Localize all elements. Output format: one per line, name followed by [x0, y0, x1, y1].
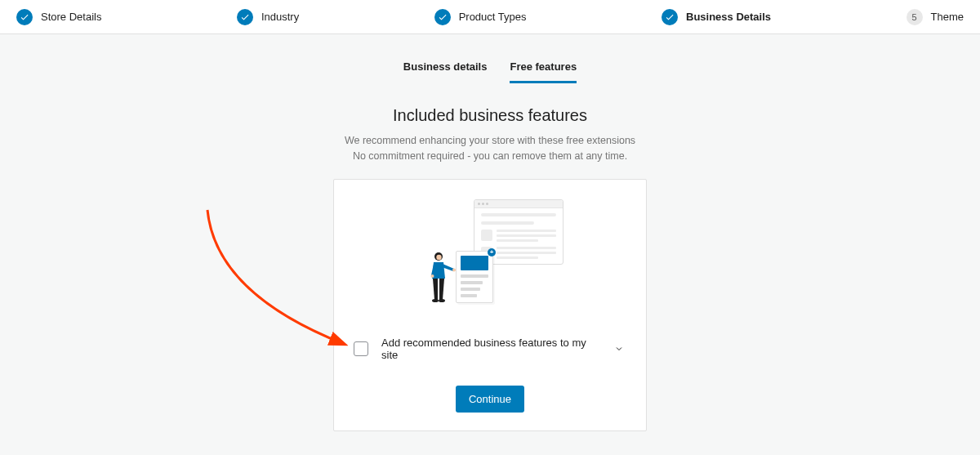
svg-point-3 — [452, 268, 456, 271]
continue-button[interactable]: Continue — [456, 386, 524, 413]
subtabs: Business details Free features — [403, 60, 577, 83]
page-subheading: We recommend enhancing your store with t… — [345, 133, 635, 164]
step-label: Product Types — [459, 11, 527, 23]
step-product-types[interactable]: Product Types — [434, 9, 527, 25]
step-theme[interactable]: 5 Theme — [906, 9, 964, 25]
step-label: Industry — [261, 11, 299, 23]
page-title: Included business features — [393, 106, 587, 125]
svg-point-5 — [432, 299, 439, 302]
person-icon — [426, 251, 457, 303]
svg-point-6 — [439, 299, 445, 302]
features-card: + — [333, 179, 647, 431]
recommended-features-checkbox[interactable] — [354, 341, 368, 356]
step-number-badge: 5 — [906, 9, 923, 25]
step-label: Store Details — [41, 11, 101, 23]
setup-stepper: Store Details Industry Product Types Bus… — [0, 0, 980, 34]
step-business-details[interactable]: Business Details — [662, 9, 771, 25]
checkbox-label: Add recommended business features to my … — [381, 337, 599, 361]
tab-business-details[interactable]: Business details — [403, 60, 488, 83]
feature-toggle-row: Add recommended business features to my … — [352, 328, 628, 369]
check-icon — [662, 9, 678, 25]
chevron-down-icon[interactable] — [612, 341, 626, 356]
svg-point-4 — [431, 274, 434, 278]
step-label: Theme — [931, 11, 964, 23]
check-icon — [434, 9, 451, 25]
step-industry[interactable]: Industry — [237, 9, 299, 25]
step-label: Business Details — [686, 11, 771, 23]
step-store-details[interactable]: Store Details — [16, 9, 101, 25]
check-icon — [237, 9, 253, 25]
illustration: + — [416, 199, 564, 306]
check-icon — [16, 9, 33, 25]
main-content: Business details Free features Included … — [0, 34, 980, 431]
svg-point-2 — [436, 254, 441, 259]
tab-free-features[interactable]: Free features — [510, 60, 577, 83]
plus-icon: + — [488, 248, 496, 256]
